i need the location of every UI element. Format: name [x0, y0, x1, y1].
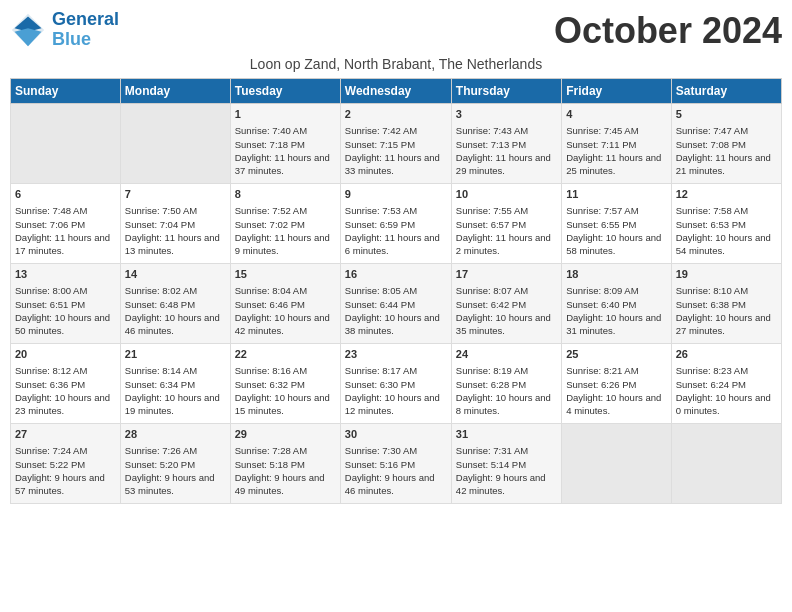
day-info: Sunset: 6:32 PM [235, 378, 336, 391]
day-info: Daylight: 11 hours and 29 minutes. [456, 151, 557, 178]
day-info: Daylight: 10 hours and 50 minutes. [15, 311, 116, 338]
day-info: Sunset: 5:16 PM [345, 458, 447, 471]
day-info: Daylight: 10 hours and 19 minutes. [125, 391, 226, 418]
day-info: Sunset: 6:42 PM [456, 298, 557, 311]
calendar-cell: 31Sunrise: 7:31 AMSunset: 5:14 PMDayligh… [451, 424, 561, 504]
day-info: Sunrise: 8:00 AM [15, 284, 116, 297]
calendar-cell: 6Sunrise: 7:48 AMSunset: 7:06 PMDaylight… [11, 184, 121, 264]
day-info: Sunset: 6:24 PM [676, 378, 777, 391]
day-info: Sunset: 5:18 PM [235, 458, 336, 471]
day-number: 10 [456, 187, 557, 202]
day-info: Daylight: 11 hours and 6 minutes. [345, 231, 447, 258]
calendar-table: SundayMondayTuesdayWednesdayThursdayFrid… [10, 78, 782, 504]
day-info: Sunset: 6:36 PM [15, 378, 116, 391]
day-info: Sunrise: 7:40 AM [235, 124, 336, 137]
calendar-cell: 15Sunrise: 8:04 AMSunset: 6:46 PMDayligh… [230, 264, 340, 344]
day-number: 6 [15, 187, 116, 202]
day-number: 24 [456, 347, 557, 362]
day-info: Daylight: 11 hours and 2 minutes. [456, 231, 557, 258]
day-number: 23 [345, 347, 447, 362]
day-info: Sunset: 7:13 PM [456, 138, 557, 151]
calendar-cell: 23Sunrise: 8:17 AMSunset: 6:30 PMDayligh… [340, 344, 451, 424]
day-info: Sunset: 7:11 PM [566, 138, 666, 151]
calendar-cell: 5Sunrise: 7:47 AMSunset: 7:08 PMDaylight… [671, 104, 781, 184]
day-info: Sunrise: 8:21 AM [566, 364, 666, 377]
calendar-cell [120, 104, 230, 184]
calendar-cell: 3Sunrise: 7:43 AMSunset: 7:13 PMDaylight… [451, 104, 561, 184]
day-info: Sunrise: 7:45 AM [566, 124, 666, 137]
calendar-cell: 16Sunrise: 8:05 AMSunset: 6:44 PMDayligh… [340, 264, 451, 344]
calendar-cell: 17Sunrise: 8:07 AMSunset: 6:42 PMDayligh… [451, 264, 561, 344]
day-info: Sunset: 7:15 PM [345, 138, 447, 151]
day-info: Daylight: 10 hours and 4 minutes. [566, 391, 666, 418]
day-info: Sunrise: 8:02 AM [125, 284, 226, 297]
calendar-cell: 22Sunrise: 8:16 AMSunset: 6:32 PMDayligh… [230, 344, 340, 424]
day-number: 5 [676, 107, 777, 122]
day-info: Sunrise: 7:31 AM [456, 444, 557, 457]
day-info: Daylight: 10 hours and 31 minutes. [566, 311, 666, 338]
day-info: Sunset: 6:53 PM [676, 218, 777, 231]
day-info: Daylight: 10 hours and 12 minutes. [345, 391, 447, 418]
week-row-1: 1Sunrise: 7:40 AMSunset: 7:18 PMDaylight… [11, 104, 782, 184]
day-info: Daylight: 10 hours and 23 minutes. [15, 391, 116, 418]
day-info: Sunset: 6:30 PM [345, 378, 447, 391]
day-info: Sunset: 6:57 PM [456, 218, 557, 231]
calendar-cell: 13Sunrise: 8:00 AMSunset: 6:51 PMDayligh… [11, 264, 121, 344]
day-info: Daylight: 10 hours and 42 minutes. [235, 311, 336, 338]
day-info: Sunset: 6:48 PM [125, 298, 226, 311]
day-info: Daylight: 10 hours and 15 minutes. [235, 391, 336, 418]
day-number: 8 [235, 187, 336, 202]
calendar-cell: 19Sunrise: 8:10 AMSunset: 6:38 PMDayligh… [671, 264, 781, 344]
day-info: Daylight: 11 hours and 13 minutes. [125, 231, 226, 258]
calendar-cell: 30Sunrise: 7:30 AMSunset: 5:16 PMDayligh… [340, 424, 451, 504]
day-info: Daylight: 10 hours and 54 minutes. [676, 231, 777, 258]
day-info: Daylight: 10 hours and 46 minutes. [125, 311, 226, 338]
day-info: Sunrise: 8:19 AM [456, 364, 557, 377]
day-number: 21 [125, 347, 226, 362]
svg-marker-2 [15, 28, 42, 46]
calendar-cell: 24Sunrise: 8:19 AMSunset: 6:28 PMDayligh… [451, 344, 561, 424]
day-info: Sunset: 6:59 PM [345, 218, 447, 231]
day-info: Sunset: 6:51 PM [15, 298, 116, 311]
day-info: Sunrise: 8:16 AM [235, 364, 336, 377]
day-number: 4 [566, 107, 666, 122]
calendar-cell: 1Sunrise: 7:40 AMSunset: 7:18 PMDaylight… [230, 104, 340, 184]
page-header: General Blue October 2024 [10, 10, 782, 52]
day-number: 14 [125, 267, 226, 282]
day-number: 19 [676, 267, 777, 282]
week-row-3: 13Sunrise: 8:00 AMSunset: 6:51 PMDayligh… [11, 264, 782, 344]
day-info: Daylight: 9 hours and 53 minutes. [125, 471, 226, 498]
day-number: 7 [125, 187, 226, 202]
col-header-friday: Friday [562, 79, 671, 104]
calendar-cell: 28Sunrise: 7:26 AMSunset: 5:20 PMDayligh… [120, 424, 230, 504]
day-info: Sunset: 6:34 PM [125, 378, 226, 391]
day-info: Sunset: 6:26 PM [566, 378, 666, 391]
calendar-cell [562, 424, 671, 504]
day-info: Sunrise: 8:05 AM [345, 284, 447, 297]
day-number: 16 [345, 267, 447, 282]
day-info: Sunrise: 7:42 AM [345, 124, 447, 137]
day-info: Daylight: 10 hours and 0 minutes. [676, 391, 777, 418]
day-number: 15 [235, 267, 336, 282]
calendar-cell: 12Sunrise: 7:58 AMSunset: 6:53 PMDayligh… [671, 184, 781, 264]
month-title: October 2024 [554, 10, 782, 52]
day-info: Sunset: 6:40 PM [566, 298, 666, 311]
col-header-thursday: Thursday [451, 79, 561, 104]
day-info: Sunset: 7:04 PM [125, 218, 226, 231]
day-info: Sunrise: 7:28 AM [235, 444, 336, 457]
week-row-5: 27Sunrise: 7:24 AMSunset: 5:22 PMDayligh… [11, 424, 782, 504]
day-info: Daylight: 11 hours and 17 minutes. [15, 231, 116, 258]
day-info: Sunset: 6:55 PM [566, 218, 666, 231]
day-number: 12 [676, 187, 777, 202]
day-info: Sunrise: 7:30 AM [345, 444, 447, 457]
day-info: Daylight: 9 hours and 57 minutes. [15, 471, 116, 498]
day-info: Daylight: 11 hours and 33 minutes. [345, 151, 447, 178]
day-info: Sunset: 7:06 PM [15, 218, 116, 231]
day-number: 31 [456, 427, 557, 442]
day-number: 27 [15, 427, 116, 442]
col-header-wednesday: Wednesday [340, 79, 451, 104]
day-number: 17 [456, 267, 557, 282]
col-header-monday: Monday [120, 79, 230, 104]
day-info: Daylight: 10 hours and 27 minutes. [676, 311, 777, 338]
col-header-saturday: Saturday [671, 79, 781, 104]
